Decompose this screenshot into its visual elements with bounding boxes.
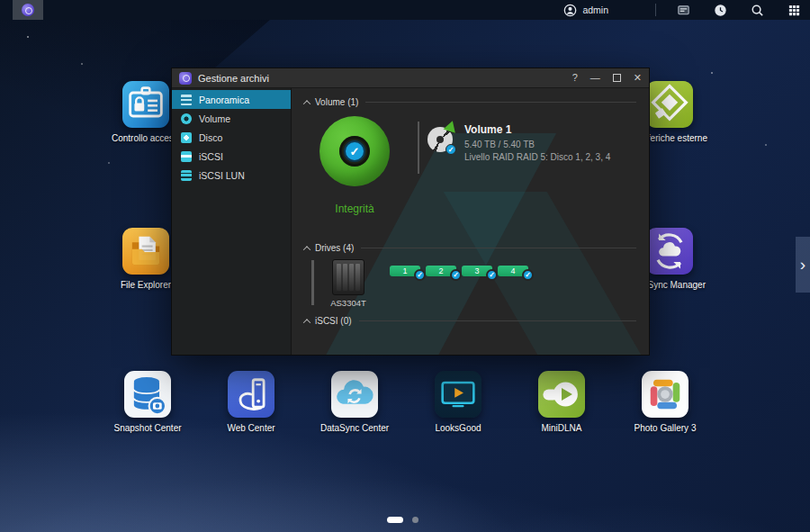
section-divider: [365, 102, 636, 103]
sidebar-item-volume[interactable]: Volume: [172, 109, 291, 128]
sidebar-item-label: Disco: [199, 132, 222, 143]
collapse-caret-icon: [303, 319, 310, 326]
desktop-icon-datasync-center[interactable]: DataSync Center: [313, 371, 396, 433]
iscsi-lun-icon: [181, 170, 192, 181]
volume-capacity: 5.40 TB / 5.40 TB: [464, 140, 610, 149]
overview-icon: [181, 95, 192, 105]
collapse-caret-icon: [303, 246, 310, 253]
slot-number: 1: [402, 266, 407, 275]
desktop-icon-minidlna[interactable]: MiniDLNA: [520, 371, 603, 433]
access-control-icon: [122, 81, 169, 128]
slot-number: 2: [438, 266, 443, 275]
sidebar-item-disk[interactable]: Disco: [172, 128, 291, 147]
volume-summary: ✓ Integrità ✓ Volume 1 5.40 TB / 5.40 TB…: [304, 109, 636, 241]
page-dot[interactable]: [412, 517, 418, 523]
desktop-icon-photo-gallery[interactable]: Photo Gallery 3: [624, 371, 706, 433]
sidebar-item-label: iSCSI: [199, 151, 223, 162]
looksgood-icon: [435, 371, 482, 418]
search-icon[interactable]: [751, 4, 764, 17]
nas-model-label: AS3304T: [323, 298, 374, 308]
help-button[interactable]: ?: [572, 73, 578, 83]
volume-health-donut: ✓: [320, 116, 390, 186]
slot-number: 3: [474, 266, 479, 275]
web-center-icon: [228, 371, 274, 418]
desktop-icon-label: MiniDLNA: [541, 423, 581, 433]
desktop-icon-label: Web Center: [227, 423, 274, 433]
sidebar-item-overview[interactable]: Panoramica: [172, 90, 291, 109]
datasync-center-icon: [331, 371, 378, 418]
user-label: admin: [582, 5, 608, 15]
volume-section-header[interactable]: Volume (1): [304, 95, 636, 109]
taskbar: admin: [0, 0, 810, 20]
volume-icon: [181, 113, 192, 124]
sidebar-item-iscsi-lun[interactable]: iSCSI LUN: [172, 166, 291, 185]
overview-panel: Volume (1) ✓ Integrità ✓: [292, 88, 649, 355]
section-title: iSCSI (0): [315, 316, 352, 326]
check-icon: ✓: [486, 269, 498, 281]
drive-slot-3[interactable]: 3 ✓: [462, 266, 492, 276]
window-title: Gestione archivi: [198, 73, 269, 84]
drives-summary: AS3304T 1 ✓ 2 ✓ 3 ✓ 4 ✓: [304, 255, 636, 314]
minimize-button[interactable]: —: [590, 73, 600, 83]
taskbar-app-storage-manager[interactable]: [13, 0, 43, 20]
desktop-icon-label: File Explorer: [121, 280, 171, 290]
section-title: Volume (1): [315, 97, 358, 107]
taskbar-separator: [655, 4, 656, 16]
section-title: Drives (4): [315, 243, 354, 253]
desktop: Controllo accessi Periferiche esterne Fi…: [0, 0, 810, 532]
system-monitor-icon[interactable]: [714, 4, 727, 17]
drives-section-header[interactable]: Drives (4): [304, 241, 636, 255]
section-divider: [361, 248, 636, 248]
sidebar-item-label: Volume: [199, 113, 230, 124]
desktop-icon-looksgood[interactable]: LooksGood: [417, 371, 500, 433]
ez-sync-manager-icon: [646, 228, 693, 275]
drives-left-rule: [311, 260, 314, 305]
volume-name: Volume 1: [464, 123, 610, 136]
detail-divider: [418, 122, 419, 174]
iscsi-summary: [304, 328, 636, 346]
storage-manager-app-icon: [22, 4, 34, 16]
desktop-icon-snapshot-center[interactable]: Snapshot Center: [106, 371, 189, 433]
next-page-arrow[interactable]: ›: [796, 237, 810, 293]
sidebar-item-label: Panoramica: [199, 95, 249, 105]
photo-gallery-icon: [642, 371, 688, 418]
external-devices-icon: [646, 81, 693, 128]
user-menu[interactable]: admin: [556, 4, 616, 17]
maximize-button[interactable]: [613, 74, 621, 82]
sidebar-item-label: iSCSI LUN: [199, 170, 245, 181]
volume-raid-info: Livello RAID RAID 5: Disco 1, 2, 3, 4: [464, 152, 610, 162]
check-icon: ✓: [450, 269, 462, 281]
snapshot-center-icon: [124, 371, 171, 418]
user-icon: [563, 4, 577, 17]
page-indicator: [387, 517, 418, 523]
slot-number: 4: [510, 266, 515, 275]
page-dot-active[interactable]: [387, 517, 403, 523]
desktop-icon-label: Controllo accessi: [112, 133, 180, 143]
collapse-caret-icon: [303, 100, 310, 107]
desktop-icon-label: DataSync Center: [320, 423, 389, 433]
iscsi-section-header[interactable]: iSCSI (0): [304, 314, 636, 328]
app-grid-icon[interactable]: [788, 4, 801, 17]
drive-slot-4[interactable]: 4 ✓: [498, 266, 528, 276]
drive-slot-2[interactable]: 2 ✓: [426, 266, 456, 276]
storage-manager-window: Gestione archivi ? — ✕ Panoramica Volume: [171, 68, 650, 356]
minidlna-icon: [538, 371, 585, 418]
storage-sidebar: Panoramica Volume Disco iSCSI iSCSI LUN: [172, 88, 292, 355]
file-explorer-icon: [122, 228, 169, 275]
notification-icon[interactable]: [677, 4, 690, 17]
volume-status-label: Integrità: [320, 203, 390, 215]
desktop-icon-web-center[interactable]: Web Center: [210, 371, 292, 433]
disk-icon: [181, 132, 192, 143]
storage-manager-app-icon: [179, 72, 192, 85]
drive-slot-1[interactable]: 1 ✓: [390, 266, 420, 276]
close-button[interactable]: ✕: [634, 73, 642, 83]
iscsi-icon: [181, 151, 192, 162]
nas-device-image: [332, 259, 364, 295]
healthy-check-icon: ✓: [344, 140, 365, 162]
window-titlebar[interactable]: Gestione archivi ? — ✕: [172, 68, 649, 88]
volume-usage-pie-icon: ✓: [428, 127, 453, 152]
sidebar-item-iscsi[interactable]: iSCSI: [172, 147, 291, 166]
desktop-icon-label: Snapshot Center: [113, 423, 181, 433]
starfield-decoration: [27, 36, 29, 38]
volume-detail[interactable]: ✓ Volume 1 5.40 TB / 5.40 TB Livello RAI…: [428, 123, 610, 162]
